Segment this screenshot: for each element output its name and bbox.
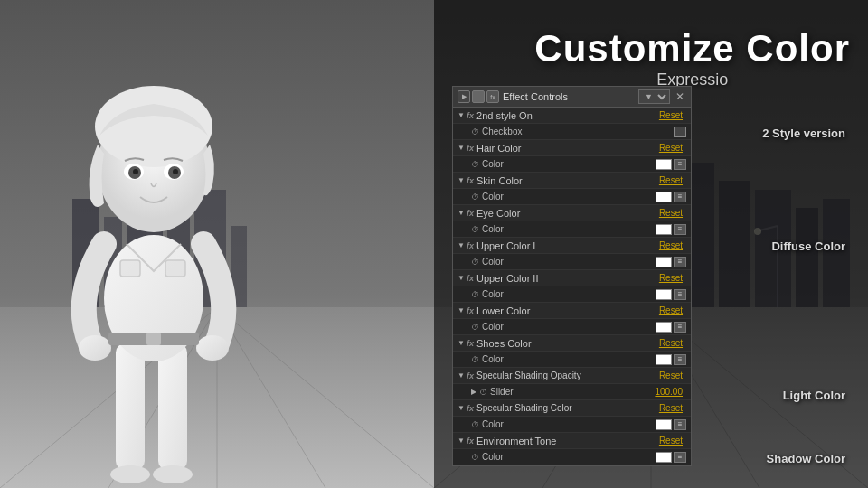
fx-row-upper-color-1: ▼ fx Upper Color I Reset [453, 238, 691, 254]
clock-icon-lower: ⏱ [471, 323, 479, 332]
reset-upper2[interactable]: Reset [659, 273, 683, 283]
fx-row-env-tone: ▼ fx Environment Tone Reset [453, 433, 691, 449]
panel-icon-3: fx [486, 90, 499, 103]
reset-spec-opacity[interactable]: Reset [659, 371, 683, 380]
reset-2nd-style[interactable]: Reset [659, 110, 683, 120]
panel-icon-2 [472, 90, 485, 103]
fx-row-upper-color-2: ▼ fx Upper Color II Reset [453, 270, 691, 286]
fx-row-specular-opacity: ▼ fx Specular Shading Opacity Reset [453, 368, 691, 384]
svg-rect-44 [146, 333, 161, 345]
reset-lower[interactable]: Reset [659, 305, 683, 315]
shoes-color-menu[interactable] [674, 354, 686, 365]
fx-row-2nd-style: ▼ fx 2nd style On Reset [453, 108, 691, 124]
fx-row-specular-color: ▼ fx Specular Shading Color Reset [453, 400, 691, 417]
panel-header: ▶ fx Effect Controls ▼ ✕ [453, 87, 691, 108]
svg-rect-45 [120, 260, 140, 277]
label-2style: 2 Style version [762, 127, 845, 140]
label-light: Light Color [783, 389, 845, 402]
expand-spec-color[interactable]: ▼ [458, 404, 465, 412]
fx-row-hair-color: ▼ fx Hair Color Reset [453, 140, 691, 156]
effect-controls-panel: ▶ fx Effect Controls ▼ ✕ ▼ fx 2nd style … [452, 86, 692, 466]
env-color-menu[interactable] [674, 452, 686, 463]
reset-spec-color[interactable]: Reset [659, 403, 683, 413]
clock-icon-env: ⏱ [471, 453, 479, 462]
svg-point-36 [95, 86, 212, 167]
label-diffuse: Diffuse Color [771, 239, 845, 253]
reset-env[interactable]: Reset [659, 436, 683, 446]
svg-point-48 [153, 465, 193, 483]
sub-eye-color: ⏱ Color [453, 221, 691, 238]
reset-eye[interactable]: Reset [659, 208, 683, 218]
upper2-color-swatch[interactable] [656, 289, 672, 300]
expand-env[interactable]: ▼ [458, 436, 465, 445]
checkbox-2nd-style[interactable] [674, 127, 686, 137]
eye-color-swatch[interactable] [656, 224, 672, 235]
expand-upper2[interactable]: ▼ [458, 274, 465, 282]
reset-hair[interactable]: Reset [659, 143, 683, 153]
sub-shoes-color: ⏱ Color [453, 352, 691, 368]
title-area: Customize Color Expressio [534, 27, 850, 89]
upper2-color-menu[interactable] [674, 289, 686, 300]
clock-icon-hair: ⏱ [471, 160, 479, 169]
sub-specular-opacity: ▶ ⏱ Slider 100.00 [453, 384, 691, 400]
eye-color-menu[interactable] [674, 224, 686, 235]
fx-row-eye-color: ▼ fx Eye Color Reset [453, 205, 691, 221]
clock-icon-upper2: ⏱ [471, 290, 479, 299]
clock-icon-spec-color: ⏱ [471, 420, 479, 429]
svg-point-32 [79, 335, 111, 361]
skin-color-menu[interactable] [674, 192, 686, 202]
panel-header-icons: ▶ fx [458, 90, 499, 103]
main-title: Customize Color [534, 27, 850, 70]
sub-hair-color: ⏱ Color [453, 156, 691, 173]
slider-value-spec-opacity[interactable]: 100.00 [655, 387, 683, 397]
clock-icon-upper1: ⏱ [471, 258, 479, 267]
clock-icon-spec-opacity: ⏱ [479, 388, 487, 397]
lower-color-menu[interactable] [674, 322, 686, 333]
svg-point-33 [196, 335, 229, 361]
sub-2nd-style: ⏱ Checkbox [453, 124, 691, 140]
clock-icon-2nd: ⏱ [471, 127, 479, 136]
upper1-color-menu[interactable] [674, 257, 686, 267]
right-labels: 2 Style version Diffuse Color Light Colo… [762, 127, 845, 465]
slider-expand[interactable]: ▶ [471, 388, 476, 396]
svg-rect-29 [116, 343, 145, 470]
character [18, 36, 289, 488]
expand-lower[interactable]: ▼ [458, 306, 465, 314]
label-shadow: Shadow Color [767, 452, 845, 465]
svg-point-47 [110, 465, 150, 483]
clock-icon-skin: ⏱ [471, 192, 479, 202]
specular-color-menu[interactable] [674, 419, 686, 430]
skin-color-swatch[interactable] [656, 192, 672, 202]
panel-icon-1: ▶ [458, 90, 470, 103]
fx-row-lower-color: ▼ fx Lower Color Reset [453, 303, 691, 319]
sub-env-tone: ⏱ Color [453, 449, 691, 465]
panel-dropdown[interactable]: ▼ [638, 89, 670, 104]
expand-eye[interactable]: ▼ [458, 209, 465, 217]
expand-upper1[interactable]: ▼ [458, 241, 465, 249]
panel-body: ▼ fx 2nd style On Reset ⏱ Checkbox ▼ fx … [453, 108, 691, 465]
shoes-color-swatch[interactable] [656, 354, 672, 365]
reset-skin[interactable]: Reset [659, 175, 683, 185]
specular-color-swatch[interactable] [656, 419, 672, 430]
hair-color-menu[interactable] [674, 159, 686, 170]
upper1-color-swatch[interactable] [656, 257, 672, 267]
reset-upper1[interactable]: Reset [659, 240, 683, 250]
clock-icon-shoes: ⏱ [471, 355, 479, 364]
svg-rect-30 [158, 343, 187, 470]
panel-close-button[interactable]: ✕ [674, 90, 686, 103]
svg-rect-46 [165, 260, 185, 277]
env-color-swatch[interactable] [656, 452, 672, 463]
hair-color-swatch[interactable] [656, 159, 672, 170]
svg-point-42 [173, 169, 178, 174]
lower-color-swatch[interactable] [656, 322, 672, 333]
panel-title: Effect Controls [503, 91, 635, 102]
expand-2nd-style[interactable]: ▼ [458, 111, 465, 119]
expand-hair[interactable]: ▼ [458, 144, 465, 152]
expand-skin[interactable]: ▼ [458, 176, 465, 184]
reset-shoes[interactable]: Reset [659, 338, 683, 348]
sub-specular-color: ⏱ Color [453, 417, 691, 433]
expand-shoes[interactable]: ▼ [458, 339, 465, 347]
sub-lower-color: ⏱ Color [453, 319, 691, 335]
sub-upper-color-2: ⏱ Color [453, 286, 691, 303]
expand-spec-opacity[interactable]: ▼ [458, 371, 465, 380]
